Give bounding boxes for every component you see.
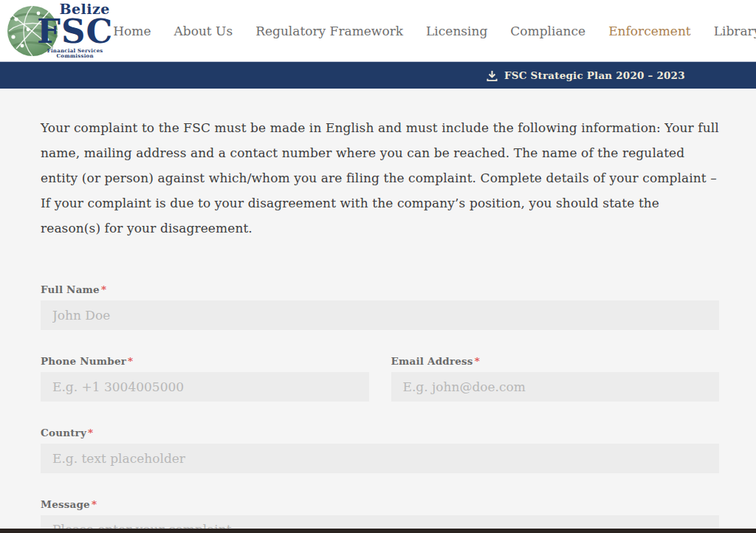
phone-email-row: Phone Number* Email Address* (41, 355, 719, 427)
phone-label: Phone Number* (41, 355, 369, 367)
download-icon (487, 70, 498, 81)
required-asterisk: * (88, 427, 93, 439)
nav-item-about-us[interactable]: About Us (174, 24, 233, 38)
main-nav: Home About Us Regulatory Framework Licen… (113, 24, 756, 38)
full-name-input[interactable] (41, 300, 719, 330)
complaint-instructions: Your complaint to the FSC must be made i… (41, 115, 719, 241)
nav-item-library[interactable]: Library (714, 24, 756, 38)
message-label-text: Message (41, 498, 90, 510)
nav-item-home[interactable]: Home (113, 24, 151, 38)
required-asterisk: * (475, 355, 480, 367)
nav-item-enforcement[interactable]: Enforcement (608, 24, 691, 38)
email-field: Email Address* (391, 355, 720, 402)
full-name-label-text: Full Name (41, 283, 100, 295)
logo-text: Belize FSC Financial Services Commission (37, 2, 113, 59)
nav-item-compliance[interactable]: Compliance (510, 24, 585, 38)
email-label-text: Email Address (391, 355, 473, 367)
country-label: Country* (41, 427, 719, 439)
full-name-field: Full Name* (41, 283, 719, 330)
phone-label-text: Phone Number (41, 355, 126, 367)
message-label: Message* (41, 498, 719, 510)
page: Belize FSC Financial Services Commission… (0, 0, 756, 533)
email-input[interactable] (391, 372, 720, 402)
country-label-text: Country (41, 427, 86, 439)
required-asterisk: * (128, 355, 133, 367)
phone-field: Phone Number* (41, 355, 369, 402)
message-field: Message* (41, 498, 719, 533)
strategic-plan-download-link[interactable]: FSC Strategic Plan 2020 – 2023 (487, 62, 685, 89)
site-header: Belize FSC Financial Services Commission… (0, 0, 756, 61)
full-name-label: Full Name* (41, 283, 719, 295)
country-input[interactable] (41, 444, 719, 473)
country-field: Country* (41, 427, 719, 473)
download-link-label: FSC Strategic Plan 2020 – 2023 (504, 69, 685, 81)
complaint-form: Full Name* Phone Number* Email Address* (41, 283, 719, 533)
main-content: Your complaint to the FSC must be made i… (0, 115, 756, 533)
strategic-plan-banner: FSC Strategic Plan 2020 – 2023 (0, 61, 756, 89)
logo-fsc: FSC (37, 15, 113, 48)
nav-item-licensing[interactable]: Licensing (426, 24, 487, 38)
required-asterisk: * (101, 283, 106, 295)
required-asterisk: * (92, 498, 97, 510)
window-bottom-edge (0, 529, 756, 533)
site-logo[interactable]: Belize FSC Financial Services Commission (6, 2, 113, 59)
email-label: Email Address* (391, 355, 720, 367)
nav-item-regulatory-framework[interactable]: Regulatory Framework (255, 24, 403, 38)
logo-subtitle: Financial Services Commission (37, 49, 113, 59)
phone-input[interactable] (41, 372, 369, 402)
